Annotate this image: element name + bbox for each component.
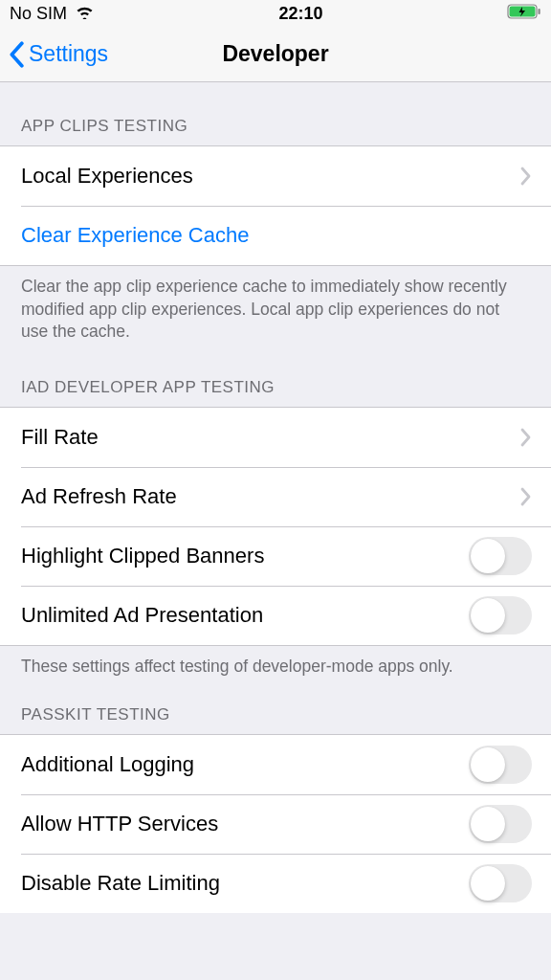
switch-allow-http[interactable]	[469, 805, 532, 843]
chevron-right-icon	[520, 428, 532, 447]
chevron-right-icon	[520, 487, 532, 506]
section-header-appclips: APP CLIPS TESTING	[0, 82, 551, 145]
row-label: Disable Rate Limiting	[21, 871, 469, 896]
status-bar: No SIM 22:10	[0, 0, 551, 27]
back-label: Settings	[29, 41, 108, 67]
row-local-experiences[interactable]: Local Experiences	[0, 146, 551, 206]
back-button[interactable]: Settings	[0, 41, 108, 68]
section-header-passkit: PASSKIT TESTING	[0, 686, 551, 734]
list-iad: Fill Rate Ad Refresh Rate Highlight Clip…	[0, 407, 551, 646]
row-clear-cache[interactable]: Clear Experience Cache	[0, 206, 551, 265]
row-fill-rate[interactable]: Fill Rate	[0, 408, 551, 467]
switch-disable-rate-limiting[interactable]	[469, 864, 532, 902]
list-passkit: Additional Logging Allow HTTP Services D…	[0, 734, 551, 913]
section-footer-appclips: Clear the app clip experience cache to i…	[0, 266, 551, 351]
nav-bar: Settings Developer	[0, 27, 551, 82]
row-highlight-clipped: Highlight Clipped Banners	[0, 526, 551, 586]
wifi-icon	[75, 4, 95, 24]
switch-additional-logging[interactable]	[469, 746, 532, 784]
row-label: Clear Experience Cache	[21, 223, 532, 248]
svg-rect-1	[539, 9, 540, 14]
row-unlimited-ad: Unlimited Ad Presentation	[0, 586, 551, 645]
chevron-right-icon	[520, 167, 532, 186]
row-label: Allow HTTP Services	[21, 812, 469, 836]
section-footer-iad: These settings affect testing of develop…	[0, 646, 551, 686]
row-disable-rate-limiting: Disable Rate Limiting	[0, 854, 551, 913]
row-additional-logging: Additional Logging	[0, 735, 551, 794]
row-ad-refresh-rate[interactable]: Ad Refresh Rate	[0, 467, 551, 526]
switch-highlight-clipped[interactable]	[469, 537, 532, 575]
switch-unlimited-ad[interactable]	[469, 596, 532, 635]
battery-charging-icon	[507, 4, 541, 24]
chevron-left-icon	[8, 41, 25, 68]
list-appclips: Local Experiences Clear Experience Cache	[0, 145, 551, 266]
carrier-label: No SIM	[10, 4, 67, 24]
row-label: Unlimited Ad Presentation	[21, 603, 469, 628]
section-header-iad: IAD DEVELOPER APP TESTING	[0, 351, 551, 407]
content-scroll[interactable]: APP CLIPS TESTING Local Experiences Clea…	[0, 82, 551, 980]
clock: 22:10	[278, 4, 322, 24]
row-label: Local Experiences	[21, 164, 520, 189]
row-label: Fill Rate	[21, 425, 520, 450]
row-label: Highlight Clipped Banners	[21, 544, 469, 568]
row-label: Additional Logging	[21, 752, 469, 777]
row-label: Ad Refresh Rate	[21, 484, 520, 509]
row-allow-http: Allow HTTP Services	[0, 794, 551, 854]
